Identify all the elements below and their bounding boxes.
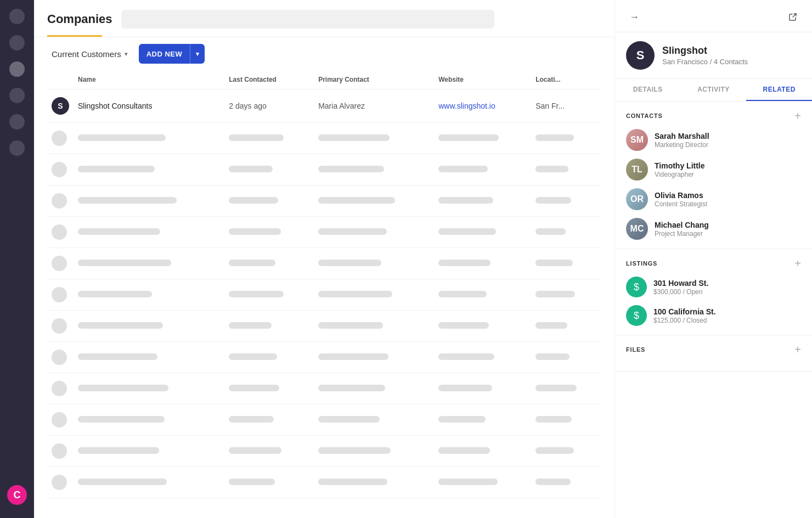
col-avatar	[47, 70, 74, 89]
panel-company-info: S Slingshot San Francisco / 4 Contacts	[615, 32, 812, 79]
page-title: Companies	[47, 12, 112, 26]
sidebar-item-1[interactable]	[9, 9, 25, 24]
contact-role: Project Manager	[655, 230, 709, 238]
panel-back-icon[interactable]: →	[626, 9, 642, 25]
tab-activity[interactable]: ACTIVITY	[681, 79, 747, 101]
table-row[interactable]	[47, 248, 601, 279]
contact-name: Olivia Ramos	[655, 191, 707, 200]
companies-table-container: Name Last Contacted Primary Contact Webs…	[34, 70, 614, 518]
add-new-label: ADD NEW	[139, 46, 190, 63]
row-last-contacted-cell: 2 days ago	[224, 89, 314, 123]
company-avatar: S	[52, 97, 69, 115]
listing-item[interactable]: $ 100 California St. $125,000 / Closed	[626, 305, 801, 326]
contact-avatar-sarah: SM	[626, 129, 648, 151]
companies-table: Name Last Contacted Primary Contact Webs…	[47, 70, 601, 498]
listing-sub: $125,000 / Closed	[653, 317, 716, 324]
page-header: Companies	[34, 0, 614, 37]
col-website[interactable]: Website	[434, 70, 531, 89]
add-listing-button[interactable]: +	[794, 258, 801, 269]
contact-name: Timothy Little	[655, 161, 705, 170]
contact-avatar-michael: MC	[626, 218, 648, 240]
toolbar: Current Customers ▾ ADD NEW ▾	[34, 37, 614, 70]
files-section-header: FILES +	[626, 344, 801, 355]
contact-name: Michael Chang	[655, 221, 709, 229]
table-row[interactable]	[47, 373, 601, 404]
panel-external-link-icon[interactable]	[785, 9, 801, 25]
col-name[interactable]: Name	[74, 70, 224, 89]
main-content: Companies Current Customers ▾ ADD NEW ▾ …	[34, 0, 614, 518]
listing-sub: $300,000 / Open	[653, 288, 708, 296]
contact-item[interactable]: SM Sarah Marshall Marketing Director	[626, 129, 801, 151]
contacts-section: CONTACTS + SM Sarah Marshall Marketing D…	[615, 102, 812, 249]
listing-name: 301 Howard St.	[653, 279, 708, 288]
sidebar-item-2[interactable]	[9, 35, 25, 50]
add-contact-button[interactable]: +	[794, 110, 801, 121]
panel-tabs: DETAILS ACTIVITY RELATED	[615, 79, 812, 102]
filter-label: Current Customers	[52, 49, 121, 59]
contact-avatar-timothy: TL	[626, 159, 648, 181]
location-value: San Fr...	[535, 102, 565, 110]
header-underline	[47, 35, 102, 37]
table-row[interactable]	[47, 123, 601, 154]
sidebar-item-4[interactable]	[9, 88, 25, 103]
table-row[interactable]	[47, 404, 601, 436]
table-row[interactable]	[47, 311, 601, 342]
app-logo[interactable]: C	[7, 485, 27, 505]
contact-role: Content Strategist	[655, 200, 707, 208]
company-big-name: Slingshot	[662, 45, 748, 57]
listings-section-title: LISTINGS	[626, 260, 657, 267]
col-primary-contact[interactable]: Primary Contact	[314, 70, 434, 89]
row-avatar-cell: S	[47, 89, 74, 123]
table-row[interactable]	[47, 185, 601, 217]
tab-related[interactable]: RELATED	[746, 79, 812, 101]
right-panel: → S Slingshot San Francisco / 4 Contacts…	[614, 0, 812, 518]
primary-contact-value: Maria Alvarez	[318, 102, 365, 110]
last-contacted-value: 2 days ago	[229, 102, 267, 110]
add-new-button[interactable]: ADD NEW ▾	[139, 44, 205, 64]
panel-header: →	[615, 0, 812, 32]
listing-name: 100 California St.	[653, 307, 716, 316]
table-header-row: Name Last Contacted Primary Contact Webs…	[47, 70, 601, 89]
table-row[interactable]: S Slingshot Consultants 2 days ago Maria…	[47, 89, 601, 123]
table-row[interactable]	[47, 342, 601, 373]
tab-details[interactable]: DETAILS	[615, 79, 681, 101]
row-primary-contact-cell: Maria Alvarez	[314, 89, 434, 123]
listing-dollar-icon: $	[626, 277, 647, 297]
dropdown-arrow-icon[interactable]: ▾	[190, 46, 205, 62]
contact-role: Marketing Director	[655, 141, 709, 149]
row-name-cell: Slingshot Consultants	[74, 89, 224, 123]
listings-section: LISTINGS + $ 301 Howard St. $300,000 / O…	[615, 249, 812, 335]
listing-item[interactable]: $ 301 Howard St. $300,000 / Open	[626, 277, 801, 297]
company-big-subtitle: San Francisco / 4 Contacts	[662, 58, 748, 66]
website-link[interactable]: www.slingshot.io	[438, 102, 495, 110]
files-section: FILES +	[615, 335, 812, 372]
row-location-cell: San Fr...	[531, 89, 601, 123]
search-bar[interactable]	[121, 10, 494, 29]
listings-section-header: LISTINGS +	[626, 258, 801, 269]
table-row[interactable]	[47, 217, 601, 248]
files-section-title: FILES	[626, 346, 645, 353]
contacts-section-header: CONTACTS +	[626, 110, 801, 121]
sidebar-item-5[interactable]	[9, 114, 25, 130]
table-row[interactable]	[47, 154, 601, 185]
contact-name: Sarah Marshall	[655, 132, 709, 140]
sidebar: C	[0, 0, 34, 518]
contact-item[interactable]: OR Olivia Ramos Content Strategist	[626, 188, 801, 210]
contact-avatar-olivia: OR	[626, 188, 648, 210]
contact-item[interactable]: MC Michael Chang Project Manager	[626, 218, 801, 240]
add-file-button[interactable]: +	[794, 344, 801, 355]
col-location[interactable]: Locati...	[531, 70, 601, 89]
sidebar-item-6[interactable]	[9, 140, 25, 156]
contacts-section-title: CONTACTS	[626, 112, 663, 119]
col-last-contacted[interactable]: Last Contacted	[224, 70, 314, 89]
company-name: Slingshot Consultants	[78, 102, 152, 110]
chevron-down-icon: ▾	[125, 50, 128, 58]
table-row[interactable]	[47, 436, 601, 467]
row-website-cell: www.slingshot.io	[434, 89, 531, 123]
table-row[interactable]	[47, 467, 601, 498]
filter-button[interactable]: Current Customers ▾	[47, 47, 132, 61]
company-big-avatar: S	[626, 41, 655, 70]
contact-item[interactable]: TL Timothy Little Videographer	[626, 159, 801, 181]
table-row[interactable]	[47, 279, 601, 311]
sidebar-item-3[interactable]	[9, 61, 25, 77]
